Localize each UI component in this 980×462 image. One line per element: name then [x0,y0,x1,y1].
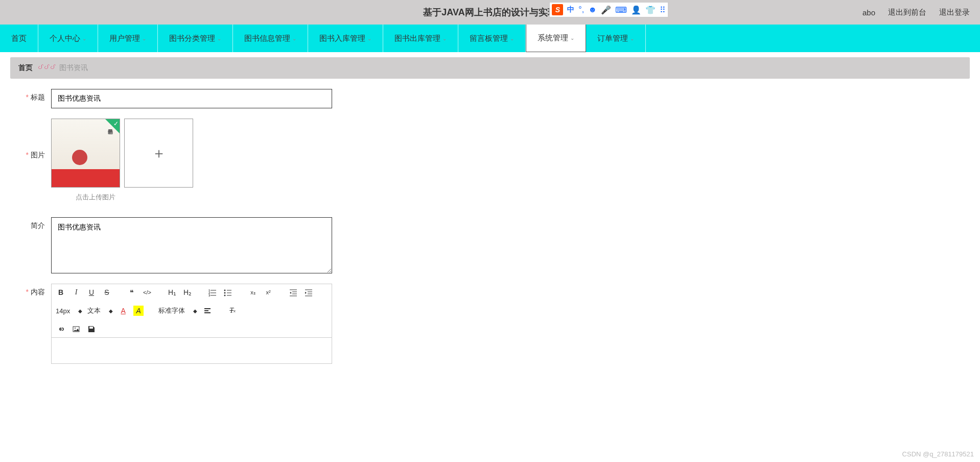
save-button[interactable] [86,324,97,334]
blocktype-value: 文本 [87,306,101,315]
uploaded-image[interactable]: 平凡的世界 [51,119,120,188]
h2-button[interactable]: H₂ [182,287,193,297]
label-intro: 简介 [20,217,51,230]
fontfamily-value: 标准字体 [158,306,185,315]
label-image: 图片 [20,147,51,160]
intro-textarea[interactable] [51,217,332,273]
nav-item[interactable]: 首页 [0,25,38,52]
chevron-down-icon: ⌄ [292,36,296,41]
svg-point-10 [224,295,226,296]
label-title: 标题 [20,89,51,102]
ime-punct-icon[interactable]: °, [578,5,584,14]
image-button[interactable] [71,324,81,334]
fontsize-value: 14px [56,307,70,315]
app-title: 基于JAVA网上书店的设计与实现 [423,6,556,18]
ime-badge-icon: S [552,4,563,15]
chevron-down-icon: ⌄ [142,36,146,41]
breadcrumb: 首页 ᦔᦔᦔ 图书资讯 [10,57,970,79]
svg-point-26 [75,328,76,329]
upload-hint: 点击上传图片 [76,193,960,202]
blocktype-select[interactable]: 文本 ◆ [87,306,113,315]
row-intro: 简介 [20,217,960,273]
nav-label: 图书入库管理 [319,34,365,43]
fontsize-select[interactable]: 14px ◆ [56,307,82,315]
book-cover-figure [72,150,87,165]
nav-item[interactable]: 图书信息管理⌄ [233,25,308,52]
ime-shirt-icon[interactable]: 👕 [645,5,656,15]
user-label[interactable]: abo [862,8,875,17]
ime-grid-icon[interactable]: ⠿ [660,5,666,15]
ime-person-icon[interactable]: 👤 [631,5,641,15]
caret-icon: ◆ [193,308,197,314]
title-input[interactable] [51,89,332,108]
add-image-button[interactable]: ＋ [124,119,193,188]
svg-point-8 [224,292,226,294]
indent-dec-button[interactable] [288,287,298,297]
nav-item[interactable]: 图书出库管理⌄ [383,25,458,52]
indent-inc-button[interactable] [304,287,314,297]
main-nav: 首页个人中心⌄用户管理⌄图书分类管理⌄图书信息管理⌄图书入库管理⌄图书出库管理⌄… [0,25,980,52]
row-title: 标题 [20,89,960,108]
plus-icon: ＋ [152,144,166,163]
nav-label: 订单管理 [597,34,628,43]
image-list: 平凡的世界 ＋ [51,119,193,188]
nav-item[interactable]: 系统管理⌄ [526,25,586,52]
h1-button[interactable]: H₁ [167,287,177,297]
svg-point-6 [224,290,226,291]
row-content: 内容 B I U S ❝ </> H₁ H₂ 123 [20,284,960,364]
rich-editor: B I U S ❝ </> H₁ H₂ 123 x₂ x² [51,284,332,364]
nav-label: 用户管理 [109,34,140,43]
exit-login-link[interactable]: 退出登录 [939,8,970,17]
chevron-down-icon: ⌄ [510,36,514,41]
breadcrumb-sep-icon: ᦔᦔᦔ [37,64,55,72]
underline-button[interactable]: U [86,287,97,297]
superscript-button[interactable]: x² [263,287,273,297]
ime-toolbar[interactable]: S 中 °, ☻ 🎤 ⌨ 👤 👕 ⠿ [549,2,668,17]
ime-lang[interactable]: 中 [567,5,574,14]
book-cover-band [52,169,120,187]
bg-color-button[interactable]: A [133,306,144,316]
label-content: 内容 [20,284,51,297]
italic-button[interactable]: I [71,287,81,297]
ime-mic-icon[interactable]: 🎤 [601,5,611,15]
text-color-button[interactable]: A [118,306,128,316]
nav-label: 个人中心 [50,34,80,43]
chevron-down-icon: ⌄ [630,36,634,41]
nav-label: 留言板管理 [470,34,508,43]
nav-item[interactable]: 图书入库管理⌄ [308,25,383,52]
nav-label: 图书分类管理 [169,34,215,43]
unordered-list-button[interactable] [223,287,233,297]
header-right: abo 退出到前台 退出登录 [862,8,970,17]
caret-icon: ◆ [78,308,82,314]
row-image: 图片 平凡的世界 ＋ [20,119,960,188]
breadcrumb-home[interactable]: 首页 [18,63,33,73]
subscript-button[interactable]: x₂ [248,287,258,297]
nav-item[interactable]: 用户管理⌄ [98,25,158,52]
strike-button[interactable]: S [102,287,112,297]
clear-format-button[interactable]: Tx [227,306,238,316]
ordered-list-button[interactable]: 123 [207,287,218,297]
fontfamily-select[interactable]: 标准字体 ◆ [158,306,197,315]
align-button[interactable] [202,306,213,316]
link-button[interactable] [56,324,66,334]
editor-toolbar: B I U S ❝ </> H₁ H₂ 123 x₂ x² [52,284,332,338]
exit-front-link[interactable]: 退出到前台 [888,8,926,17]
form-area: 标题 图片 平凡的世界 ＋ 点击上传图片 简介 [0,79,980,384]
nav-label: 系统管理 [538,33,568,43]
check-icon [105,119,120,133]
nav-label: 首页 [11,34,27,43]
header-bar: 基于JAVA网上书店的设计与实现 S 中 °, ☻ 🎤 ⌨ 👤 👕 ⠿ abo … [0,0,980,25]
editor-body[interactable] [52,338,332,363]
svg-text:3: 3 [208,294,211,296]
nav-item[interactable]: 图书分类管理⌄ [158,25,233,52]
ime-face-icon[interactable]: ☻ [588,5,597,14]
ime-keyboard-icon[interactable]: ⌨ [615,5,627,15]
breadcrumb-current: 图书资讯 [59,63,88,73]
bold-button[interactable]: B [56,287,66,297]
code-button[interactable]: </> [142,287,152,297]
nav-item[interactable]: 订单管理⌄ [586,25,646,52]
quote-button[interactable]: ❝ [127,287,137,297]
chevron-down-icon: ⌄ [82,36,86,41]
nav-item[interactable]: 留言板管理⌄ [458,25,526,52]
nav-item[interactable]: 个人中心⌄ [38,25,98,52]
